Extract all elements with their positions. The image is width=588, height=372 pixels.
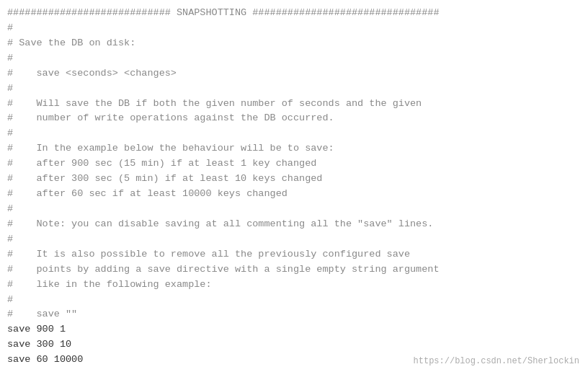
code-line: # bbox=[7, 126, 581, 141]
code-editor: ############################ SNAPSHOTTIN… bbox=[0, 0, 588, 372]
code-line: # bbox=[7, 293, 581, 308]
code-line: # Note: you can disable saving at all co… bbox=[7, 217, 581, 232]
code-line: # after 900 sec (15 min) if at least 1 k… bbox=[7, 156, 581, 172]
code-line: # bbox=[7, 202, 581, 217]
code-line: save 900 1 bbox=[7, 322, 581, 337]
code-line: # bbox=[7, 21, 581, 36]
code-line: # like in the following example: bbox=[7, 278, 581, 293]
code-line: # number of write operations against the… bbox=[7, 111, 581, 126]
code-line: # bbox=[7, 232, 581, 247]
code-line: # In the example below the behaviour wil… bbox=[7, 141, 581, 156]
code-line: ############################ SNAPSHOTTIN… bbox=[7, 6, 581, 21]
code-line: # points by adding a save directive with… bbox=[7, 262, 581, 278]
code-line: # bbox=[7, 51, 581, 66]
watermark: https://blog.csdn.net/Sherlockin bbox=[414, 356, 579, 366]
code-line: # It is also possible to remove all the … bbox=[7, 247, 581, 262]
code-line: # save "" bbox=[7, 307, 581, 322]
code-line: # Will save the DB if both the given num… bbox=[7, 97, 581, 112]
code-line: # after 300 sec (5 min) if at least 10 k… bbox=[7, 172, 581, 187]
code-line: save 300 10 bbox=[7, 337, 581, 353]
code-line: # bbox=[7, 81, 581, 97]
code-line: # after 60 sec if at least 10000 keys ch… bbox=[7, 187, 581, 202]
code-line: # save <seconds> <changes> bbox=[7, 66, 581, 81]
code-content: ############################ SNAPSHOTTIN… bbox=[7, 6, 581, 368]
code-line: # Save the DB on disk: bbox=[7, 36, 581, 51]
